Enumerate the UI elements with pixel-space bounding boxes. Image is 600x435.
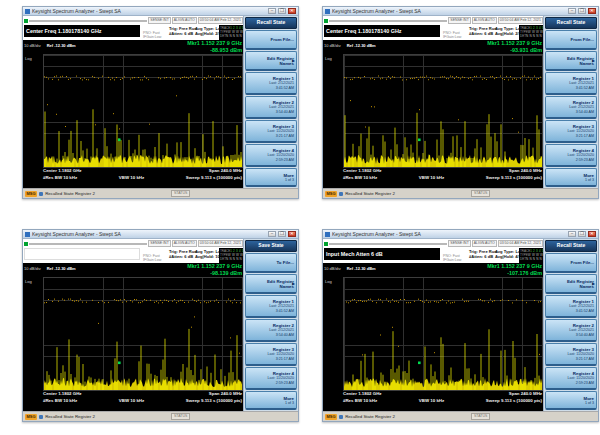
maximize-button[interactable]: ❐: [578, 8, 586, 14]
minimize-button[interactable]: –: [568, 231, 576, 237]
softkey-register-1[interactable]: Register 1 Last: 2/12/2021 3:41:52 AM: [245, 72, 297, 95]
softkey-more[interactable]: More 1 of 3: [545, 391, 597, 410]
status-bar: MSG Recalled State Register 2 STATUS: [23, 411, 298, 421]
softkey-register-2[interactable]: Register 2 Last: 2/12/2021 3:54:40 AM: [545, 319, 597, 342]
bottom-annotation-row2: #Res BW 10 kHz VBW 10 kHz Sweep 9.113 s …: [343, 398, 542, 403]
softkey-edit-register-names[interactable]: Edit Register Names ▶: [245, 274, 297, 294]
maximize-button[interactable]: ❐: [578, 231, 586, 237]
spectrum-trace: [344, 278, 542, 390]
softkey-register-4[interactable]: Register 4 Last: 11/20/2020 2:59:23 AM: [545, 367, 597, 390]
titlebar[interactable]: Keysight Spectrum Analyzer - Swept SA – …: [323, 230, 598, 239]
sweep-indicator-icon: [324, 19, 328, 23]
register-time: 3:41:52 AM: [548, 86, 594, 90]
spectrum-display: Mkr1 1.152 237 9 GHz -98.139 dBm 10 dB/d…: [23, 263, 244, 411]
input-info-box: [29, 243, 147, 245]
msg-badge: MSG: [25, 191, 37, 197]
status-message: Recalled State Register 2: [45, 191, 95, 196]
trace-info-panel: TRACE 1 2 3 4 5 6 TYPE W W W W W W DET N…: [219, 25, 244, 40]
softkey-edit-register-names[interactable]: Edit Register Names ▶: [545, 51, 597, 71]
minimize-button[interactable]: –: [268, 8, 276, 14]
softkey-file-label: From File...: [548, 37, 594, 42]
softkey-more[interactable]: More 1 of 3: [545, 168, 597, 187]
ifgain-label: IFGain:Low: [443, 258, 461, 262]
input-info-box: [329, 20, 447, 22]
ifgain-label: IFGain:Low: [443, 35, 461, 39]
softkey-register-3[interactable]: Register 3 Last: 11/20/2020 3:21:17 AM: [545, 120, 597, 143]
softkey-register-1[interactable]: Register 1 Last: 2/12/2021 3:41:52 AM: [245, 295, 297, 318]
status-box: STATUS: [471, 190, 490, 197]
softkey-register-4[interactable]: Register 4 Last: 11/20/2020 2:59:23 AM: [245, 367, 297, 390]
active-function-display[interactable]: Center Freq 1.180178140 GHz: [24, 25, 140, 37]
status-box: STATUS: [471, 413, 490, 420]
softkey-file-label: From File...: [248, 37, 294, 42]
active-function-display[interactable]: [24, 248, 140, 260]
softkey-register-3[interactable]: Register 3 Last: 11/20/2020 3:21:17 AM: [245, 343, 297, 366]
titlebar[interactable]: Keysight Spectrum Analyzer - Swept SA – …: [23, 7, 298, 16]
marker-1-symbol: [418, 362, 421, 365]
close-button[interactable]: ✕: [588, 8, 596, 14]
marker-amplitude: -107.176 dBm: [487, 270, 542, 277]
trace-info-panel: TRACE 1 2 3 4 5 6 TYPE W W W W W W DET N…: [519, 248, 544, 263]
chevron-right-icon: ▶: [292, 58, 295, 63]
center-freq-label: Center 1.1802 GHz: [43, 391, 82, 396]
input-info-box: [329, 243, 447, 245]
softkey-register-2[interactable]: Register 2 Last: 2/12/2021 3:54:40 AM: [245, 96, 297, 119]
close-button[interactable]: ✕: [288, 8, 296, 14]
close-button[interactable]: ✕: [588, 231, 596, 237]
active-function-display[interactable]: Input Mech Atten 6 dB: [324, 248, 440, 260]
softkey-edit-register-names[interactable]: Edit Register Names ▶: [545, 274, 597, 294]
menu-header: Recall State: [245, 17, 297, 29]
softkey-file[interactable]: From File...: [245, 30, 297, 50]
analyzer-window-top-left: Keysight Spectrum Analyzer - Swept SA – …: [22, 6, 299, 199]
softkey-file[interactable]: From File...: [545, 253, 597, 273]
status-message: Recalled State Register 2: [345, 414, 395, 419]
datetime-box: 03:50:04 AM Feb 12, 2021: [498, 240, 543, 247]
register-time: 2:59:23 AM: [548, 381, 594, 385]
top-info-row: SENSE:INT ALIGN AUTO 03:50:04 AM Feb 12,…: [24, 17, 243, 24]
status-box: STATUS: [171, 413, 190, 420]
msg-badge: MSG: [25, 414, 37, 420]
minimize-button[interactable]: –: [568, 8, 576, 14]
softkey-register-4[interactable]: Register 4 Last: 11/20/2020 2:59:23 AM: [245, 144, 297, 167]
softkey-register-3[interactable]: Register 3 Last: 11/20/2020 3:21:17 AM: [545, 343, 597, 366]
maximize-button[interactable]: ❐: [278, 231, 286, 237]
softkey-file[interactable]: To File...: [245, 253, 297, 273]
status-icon: [39, 415, 43, 419]
softkey-more[interactable]: More 1 of 3: [245, 168, 297, 187]
softkey-register-1[interactable]: Register 1 Last: 2/12/2021 3:41:52 AM: [545, 295, 597, 318]
active-function-display[interactable]: Center Freq 1.180178140 GHz: [324, 25, 440, 37]
datetime-box: 03:50:04 AM Feb 12, 2021: [498, 17, 543, 24]
marker-1-symbol: [118, 362, 121, 365]
marker-1-symbol: [118, 139, 121, 142]
titlebar[interactable]: Keysight Spectrum Analyzer - Swept SA – …: [23, 230, 298, 239]
register-time: 3:41:52 AM: [548, 309, 594, 313]
softkey-register-3[interactable]: Register 3 Last: 11/20/2020 3:21:17 AM: [245, 120, 297, 143]
pno-setting: PNO: Fast IFGain:Low: [143, 254, 161, 262]
vbw-label: VBW 10 kHz: [377, 175, 486, 180]
close-button[interactable]: ✕: [288, 231, 296, 237]
titlebar[interactable]: Keysight Spectrum Analyzer - Swept SA – …: [323, 7, 598, 16]
edit-register-line2: Names: [548, 61, 594, 66]
softkey-register-2[interactable]: Register 2 Last: 2/12/2021 3:54:40 AM: [545, 96, 597, 119]
softkey-edit-register-names[interactable]: Edit Register Names ▶: [245, 51, 297, 71]
sense-box: SENSE:INT: [148, 240, 170, 247]
analyzer-screen: SENSE:INT ALIGN AUTO 03:50:04 AM Feb 12,…: [323, 239, 544, 411]
register-time: 3:21:17 AM: [548, 134, 594, 138]
det-row: DET N N N N N N: [520, 34, 543, 38]
softkey-register-1[interactable]: Register 1 Last: 2/12/2021 3:41:52 AM: [545, 72, 597, 95]
minimize-button[interactable]: –: [268, 231, 276, 237]
ifgain-label: IFGain:Low: [143, 35, 161, 39]
spectrum-display: Mkr1 1.152 237 9 GHz -93.931 dBm 10 dB/d…: [323, 40, 544, 188]
trace-info-panel: TRACE 1 2 3 4 5 6 TYPE W W W W W W DET N…: [519, 25, 544, 40]
maximize-button[interactable]: ❐: [278, 8, 286, 14]
rbw-label: #Res BW 10 kHz: [43, 175, 77, 180]
softkey-more[interactable]: More 1 of 3: [245, 391, 297, 410]
register-time: 2:59:23 AM: [248, 381, 294, 385]
pno-setting: PNO: Fast IFGain:Low: [443, 254, 461, 262]
softkey-register-4[interactable]: Register 4 Last: 11/20/2020 2:59:23 AM: [545, 144, 597, 167]
det-row: DET N N N N N N: [220, 34, 243, 38]
softkey-register-2[interactable]: Register 2 Last: 2/12/2021 3:54:40 AM: [245, 319, 297, 342]
softkey-file-label: To File...: [248, 260, 294, 265]
softkey-file[interactable]: From File...: [545, 30, 597, 50]
rbw-label: #Res BW 10 kHz: [343, 175, 377, 180]
